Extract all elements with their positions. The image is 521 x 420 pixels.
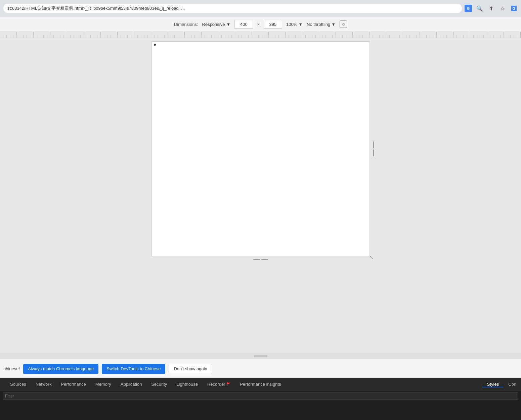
rotate-icon[interactable]: ◇ [340,20,347,28]
tab-application[interactable]: Application [116,378,147,391]
dimensions-label: Dimensions: [174,22,198,27]
ruler-ticks [0,32,521,38]
tab-elements-partial[interactable] [0,378,5,391]
zoom-select[interactable]: 100% ▼ [286,22,303,27]
language-prompt: nhinese! [3,366,20,371]
devtools-responsive-bar: Dimensions: Responsive ▼ × 100% ▼ No thr… [0,17,521,32]
bookmark-icon[interactable]: ☆ [499,5,506,12]
styles-filter-input[interactable] [3,392,518,400]
tab-styles[interactable]: Styles [482,382,504,387]
translate-icon[interactable]: G [465,5,472,12]
preview-dot [154,44,156,46]
tab-performance[interactable]: Performance [56,378,90,391]
height-input[interactable] [264,20,282,29]
resize-handle-bottom[interactable] [252,257,269,261]
dimension-x: × [257,22,260,27]
switch-devtools-btn[interactable]: Switch DevTools to Chinese [102,364,165,374]
throttle-select[interactable]: No throttling ▼ [307,22,336,27]
styles-panel [0,391,521,420]
tab-performance-insights[interactable]: Performance insights [235,378,286,391]
width-input[interactable] [234,20,253,29]
ruler-bar [0,32,521,38]
tab-sources[interactable]: Sources [5,378,31,391]
devtools-panel: Sources Network Performance Memory Appli… [0,378,521,420]
recorder-icon: 🚩 [226,382,230,386]
devtools-tabs-row: Sources Network Performance Memory Appli… [0,378,521,391]
url-text: st:63342/HTML认知/文字变粗案例.html?_ijt=po9oek5… [7,5,185,11]
tab-lighthouse[interactable]: Lighthouse [172,378,203,391]
corner-resize-handle[interactable]: ⤡ [370,255,374,260]
browser-chrome: st:63342/HTML认知/文字变粗案例.html?_ijt=po9oek5… [0,0,521,17]
tab-security[interactable]: Security [146,378,172,391]
always-match-btn[interactable]: Always match Chrome's language [23,364,98,374]
tab-network[interactable]: Network [31,378,56,391]
zoom-icon[interactable]: 🔍 [476,5,483,12]
translate-g-icon[interactable]: G [510,5,518,12]
language-bar: nhinese! Always match Chrome's language … [0,359,521,378]
dont-show-btn[interactable]: Don't show again [169,364,212,374]
responsive-select[interactable]: Responsive ▼ [202,22,231,27]
preview-container: ⤡ [151,41,370,256]
drag-area[interactable] [0,353,521,359]
main-area: ⤡ [0,38,521,353]
drag-lines [254,355,267,357]
share-icon[interactable]: ⬆ [487,5,495,12]
resize-handle-right[interactable] [372,140,376,157]
tab-computed[interactable]: Con [504,382,521,387]
right-panel-tabs: Styles Con [482,382,521,387]
tab-memory[interactable]: Memory [91,378,116,391]
url-bar[interactable]: st:63342/HTML认知/文字变粗案例.html?_ijt=po9oek5… [3,4,462,13]
browser-icons: G 🔍 ⬆ ☆ G [465,5,518,12]
tab-recorder[interactable]: Recorder 🚩 [203,378,235,391]
